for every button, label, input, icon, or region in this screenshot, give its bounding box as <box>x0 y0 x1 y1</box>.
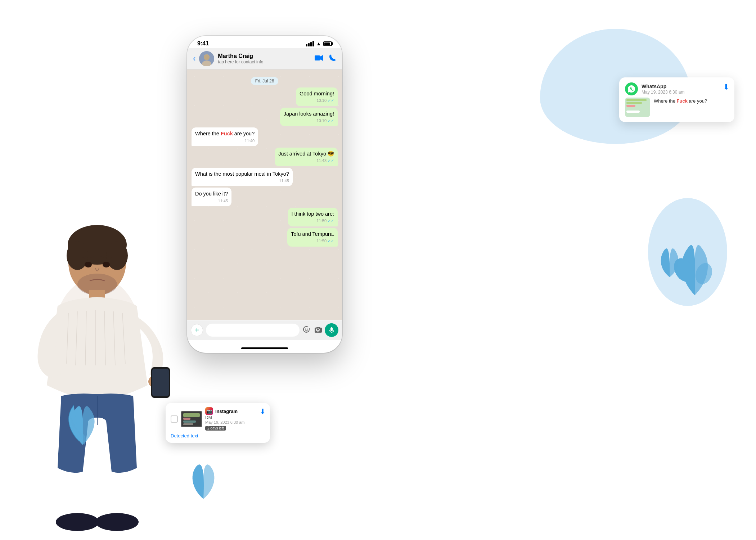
notif-header: WhatsApp May 19, 2023 6:30 am ⬇ <box>625 82 729 95</box>
notif-ig-download-button[interactable]: ⬇ <box>260 407 266 416</box>
status-time: 9:41 <box>197 40 209 47</box>
attach-button[interactable]: + <box>191 324 203 336</box>
message-row: Do you like it? 11:45 <box>192 188 338 206</box>
battery-icon <box>323 41 332 46</box>
notif-ig-dm: DM <box>205 415 265 420</box>
whatsapp-icon <box>625 82 638 95</box>
notif-ig-date: May 19, 2023 6:30 am <box>205 420 265 424</box>
message-time: 11:45 <box>279 178 289 184</box>
notif-ig-thumb <box>181 411 202 427</box>
wifi-icon: ▲ <box>316 41 321 46</box>
message-row: What is the most popular meal in Tokyo? … <box>192 168 338 186</box>
svg-point-8 <box>85 262 92 267</box>
notif-ig-app-name: Instagram <box>215 409 238 414</box>
camera-button[interactable] <box>314 325 322 335</box>
message-bubble: Where the Fuck are you? 11:40 <box>192 127 258 146</box>
message-time: 10:10 <box>316 118 327 123</box>
svg-marker-29 <box>320 55 323 61</box>
message-row: Good morning! 10:10 ✓✓ <box>192 87 338 106</box>
chat-body: Fri, Jul 26 Good morning! 10:10 ✓✓ <box>187 69 342 320</box>
message-text: Do you like it? <box>195 191 228 197</box>
detected-text-link[interactable]: Detected text <box>171 433 265 438</box>
message-bubble: Good morning! 10:10 ✓✓ <box>296 87 338 106</box>
notif-thumbnail <box>625 98 650 117</box>
message-time: 11:50 <box>316 238 327 244</box>
read-receipt: ✓✓ <box>328 218 334 224</box>
highlighted-word: Fuck <box>677 98 688 104</box>
read-receipt: ✓✓ <box>328 118 334 123</box>
svg-rect-28 <box>315 55 320 60</box>
phone-wrapper: 9:41 ▲ ‹ <box>187 36 342 353</box>
message-bubble: Japan looks amazing! 10:10 ✓✓ <box>280 108 338 126</box>
message-time: 11:43 <box>316 158 327 163</box>
signal-icon <box>306 41 314 46</box>
message-row: Just arrived at Tokyo 😎 11:43 ✓✓ <box>192 148 338 166</box>
svg-point-31 <box>307 328 308 329</box>
message-time: 11:50 <box>316 218 327 224</box>
notif-ig-app-row: 📷 Instagram <box>205 407 265 415</box>
message-text: Good morning! <box>300 91 334 96</box>
message-row: Where the Fuck are you? 11:40 <box>192 127 338 146</box>
message-time: 11:40 <box>245 138 255 144</box>
read-receipt: ✓✓ <box>328 238 334 244</box>
contact-sub: tap here for contact info <box>218 59 311 64</box>
message-bubble: I think top two are: 11:50 ✓✓ <box>288 208 338 226</box>
notif-ig-header: 📷 Instagram DM May 19, 2023 6:30 am 2 da… <box>171 407 265 431</box>
message-row: Japan looks amazing! 10:10 ✓✓ <box>192 108 338 126</box>
svg-point-23 <box>95 513 139 531</box>
instagram-notification: 📷 Instagram DM May 19, 2023 6:30 am 2 da… <box>166 403 270 443</box>
svg-rect-33 <box>183 413 200 417</box>
notif-date: May 19, 2023 6:30 am <box>642 90 684 95</box>
chat-input-bar: + <box>187 320 342 340</box>
notif-app-name: WhatsApp <box>642 84 684 89</box>
read-receipt: ✓✓ <box>328 158 334 163</box>
leaf-right-small <box>655 245 684 282</box>
notif-checkbox[interactable] <box>171 415 178 423</box>
input-icons <box>302 325 322 335</box>
svg-rect-20 <box>152 369 169 396</box>
back-button[interactable]: ‹ <box>193 54 195 63</box>
notif-ig-days-left: 2 days left <box>205 426 226 431</box>
avatar <box>199 51 214 66</box>
svg-point-22 <box>56 513 99 531</box>
voice-call-button[interactable] <box>329 54 336 63</box>
message-bubble: Just arrived at Tokyo 😎 11:43 ✓✓ <box>275 148 338 166</box>
notif-app-info: WhatsApp May 19, 2023 6:30 am <box>642 84 684 95</box>
message-time: 10:10 <box>316 98 327 103</box>
notif-ig-info: 📷 Instagram DM May 19, 2023 6:30 am 2 da… <box>205 407 265 431</box>
svg-point-30 <box>305 328 306 329</box>
notif-download-button[interactable]: ⬇ <box>723 82 729 92</box>
contact-name[interactable]: Martha Craig <box>218 53 311 59</box>
leaf-bottom-left <box>65 398 101 450</box>
svg-rect-36 <box>183 423 193 425</box>
sticker-button[interactable] <box>302 325 310 335</box>
message-row: Tofu and Tempura. 11:50 ✓✓ <box>192 228 338 247</box>
notif-preview: Where the Fuck are you? <box>625 98 729 117</box>
video-call-button[interactable] <box>315 54 323 63</box>
message-input[interactable] <box>206 324 300 337</box>
whatsapp-notification: WhatsApp May 19, 2023 6:30 am ⬇ Where th… <box>619 77 734 122</box>
message-time: 11:45 <box>218 198 228 204</box>
svg-point-27 <box>204 54 210 60</box>
notif-message-text: Where the Fuck are you? <box>654 98 707 105</box>
instagram-icon: 📷 <box>205 407 213 415</box>
person-figure <box>11 162 202 540</box>
home-bar <box>241 347 288 349</box>
highlighted-word: Fuck <box>221 131 233 136</box>
header-icons <box>315 54 336 63</box>
mic-button[interactable] <box>325 323 338 337</box>
message-text: Just arrived at Tokyo 😎 <box>278 151 334 157</box>
svg-rect-35 <box>183 420 196 423</box>
message-row: I think top two are: 11:50 ✓✓ <box>192 208 338 226</box>
contact-info: Martha Craig tap here for contact info <box>218 53 311 64</box>
status-bar: 9:41 ▲ <box>187 36 342 48</box>
phone-frame: 9:41 ▲ ‹ <box>187 36 342 353</box>
message-text: Where the Fuck are you? <box>195 131 255 136</box>
date-divider: Fri, Jul 26 <box>192 77 338 84</box>
chat-header: ‹ Martha Craig tap here for contact info <box>187 48 342 69</box>
svg-point-9 <box>103 262 110 267</box>
message-text: Tofu and Tempura. <box>291 231 334 237</box>
message-text: What is the most popular meal in Tokyo? <box>195 171 289 177</box>
leaf-center-bottom <box>187 459 220 504</box>
status-icons: ▲ <box>306 41 332 46</box>
